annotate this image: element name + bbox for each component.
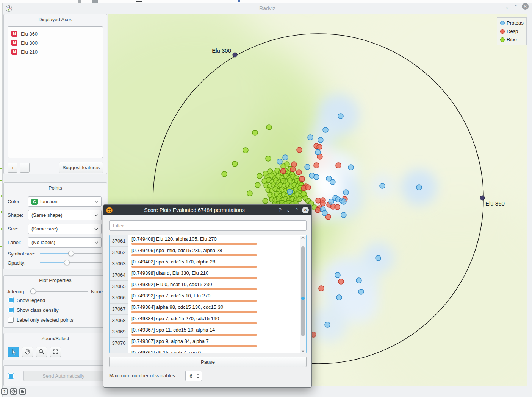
- close-icon[interactable]: ✕: [522, 3, 529, 10]
- score-bar: [131, 334, 257, 336]
- checkbox-show-legend[interactable]: [8, 297, 14, 303]
- score-row[interactable]: 37061[0.749408] Elu 120, alpha 105, Elu …: [110, 235, 306, 247]
- color-label: Color:: [8, 199, 21, 204]
- score-row-rank: 37066: [110, 292, 128, 304]
- zoom-tool-button[interactable]: [36, 347, 47, 357]
- symbol-size-slider[interactable]: [40, 251, 102, 257]
- score-row-rank: 37064: [110, 269, 128, 281]
- zoom-select-title: Zoom/Select: [3, 336, 107, 341]
- score-row-text: [0.749408] Elu 120, alpha 105, Elu 270: [131, 236, 283, 242]
- axis-list-item[interactable]: NElu 300: [8, 38, 103, 47]
- score-list-scrollbar[interactable]: [300, 236, 306, 353]
- checkbox-row[interactable]: Label only selected points: [8, 317, 102, 323]
- visual-settings-icon[interactable]: [10, 388, 17, 395]
- axis-item-label: Elu 210: [21, 49, 38, 55]
- score-bar: [131, 288, 257, 290]
- color-dropdown[interactable]: C function: [28, 196, 102, 207]
- numeric-variable-icon: N: [11, 49, 17, 55]
- score-row[interactable]: 37066[0.749392] spo 7, cdc15 10, Elu 270: [110, 292, 306, 304]
- shape-value: (Same shape): [31, 212, 92, 218]
- score-row-text: [0.749392] Elu 0, heat 10, cdc15 230: [131, 282, 283, 287]
- legend-dot: [500, 29, 505, 34]
- max-vars-label: Maximum number of variables:: [109, 373, 177, 378]
- score-row[interactable]: 37068[0.749384] spo 7, cdc15 270, cdc15 …: [110, 315, 306, 326]
- jittering-slider[interactable]: [30, 288, 88, 294]
- remove-axis-button[interactable]: −: [20, 163, 30, 173]
- pan-tool-button[interactable]: [22, 347, 33, 357]
- displayed-axes-list[interactable]: NElu 360NElu 300NElu 210: [8, 26, 103, 158]
- window-title: Radviz: [3, 5, 532, 11]
- size-dropdown[interactable]: (Same size): [28, 224, 102, 234]
- pie-icon: [11, 389, 16, 394]
- reset-zoom-button[interactable]: [50, 347, 61, 357]
- score-row[interactable]: [0.749361] dtt 15, spo5 7, spo 0: [110, 349, 306, 353]
- checkbox-label: Label only selected points: [17, 317, 74, 323]
- checkbox-show-class-density[interactable]: [8, 307, 14, 313]
- plot-legend: ProteasRespRibo: [497, 17, 527, 45]
- pause-button[interactable]: Pause: [109, 357, 307, 367]
- score-row-rank: 37069: [110, 326, 128, 338]
- background-canvas-strip: [0, 3, 3, 397]
- label-dropdown[interactable]: (No labels): [28, 237, 102, 248]
- max-vars-spinbox[interactable]: 6: [185, 371, 202, 381]
- score-row-text: [0.749367] spo 11, cdc15 10, alpha 14: [131, 327, 283, 333]
- score-bar: [131, 266, 257, 268]
- score-bar: [131, 345, 257, 347]
- color-value: function: [40, 199, 92, 204]
- maximize-icon[interactable]: ⌃: [512, 3, 519, 10]
- score-row[interactable]: 37065[0.749392] Elu 0, heat 10, cdc15 23…: [110, 281, 306, 292]
- scroll-up-icon[interactable]: [301, 237, 305, 239]
- screen: Radviz ⌄ ⌃ ✕ Displayed Axes NElu 360NElu…: [0, 0, 532, 397]
- score-row-rank: 37062: [110, 247, 128, 258]
- add-axis-button[interactable]: +: [8, 163, 17, 173]
- score-row-text: [0.749384] alpha 98, cdc15 130, cdc15 30: [131, 304, 283, 310]
- score-row[interactable]: 37063[0.749402] spo 5, cdc15 170, alpha …: [110, 258, 306, 269]
- score-list[interactable]: 37061[0.749408] Elu 120, alpha 105, Elu …: [109, 235, 307, 353]
- legend-item: Resp: [500, 28, 523, 34]
- filter-input[interactable]: [109, 220, 307, 231]
- spin-up-icon[interactable]: [196, 374, 200, 375]
- axis-list-item[interactable]: NElu 360: [8, 29, 103, 38]
- select-tool-button[interactable]: [8, 347, 19, 357]
- score-row-text: [0.749402] spo 5, cdc15 170, alpha 28: [131, 259, 283, 265]
- spin-down-icon[interactable]: [196, 376, 200, 378]
- checkbox-row[interactable]: Show class density: [8, 307, 102, 313]
- scrollbar-position-dot: [301, 297, 305, 300]
- send-automatically-checkbox[interactable]: [8, 373, 14, 379]
- help-icon[interactable]: ?: [1, 388, 8, 395]
- shape-dropdown[interactable]: (Same shape): [28, 210, 102, 220]
- score-row[interactable]: 37067[0.749384] alpha 98, cdc15 130, cdc…: [110, 304, 306, 315]
- checkbox-label: Show legend: [17, 297, 45, 303]
- scrollbar-thumb[interactable]: [301, 246, 305, 336]
- score-row-text: [0.749384] spo 7, cdc15 270, cdc15 190: [131, 316, 283, 321]
- send-automatically-button[interactable]: Send Automatically: [23, 371, 103, 381]
- axis-item-label: Elu 360: [21, 31, 38, 37]
- opacity-slider[interactable]: [40, 260, 102, 266]
- scroll-down-icon[interactable]: [301, 350, 305, 352]
- suggest-features-button[interactable]: Suggest features: [59, 162, 103, 173]
- score-row-text: [0.749367] spo 9, alpha 84, alpha 7: [131, 338, 283, 344]
- minimize-icon[interactable]: ⌄: [504, 3, 510, 10]
- score-row[interactable]: 37062[0.749406] spo- mid, cdc15 230, alp…: [110, 247, 306, 258]
- score-row[interactable]: 37064[0.749398] diau d, Elu 330, Elu 210: [110, 269, 306, 281]
- report-icon[interactable]: [19, 388, 26, 395]
- dialog-titlebar[interactable]: Score Plots Evaluated 67484 permutations…: [103, 205, 311, 215]
- dialog-help-icon[interactable]: ?: [276, 207, 284, 213]
- background-window-strip: [0, 0, 532, 3]
- numeric-variable-icon: N: [11, 40, 17, 46]
- dialog-unshade-icon[interactable]: ⌃: [293, 207, 301, 213]
- axis-list-item[interactable]: NElu 210: [8, 47, 103, 56]
- legend-item: Ribo: [500, 37, 523, 42]
- score-row[interactable]: 37070[0.749367] spo 9, alpha 84, alpha 7: [110, 338, 306, 349]
- score-row-text: [0.749392] spo 7, cdc15 10, Elu 270: [131, 293, 283, 299]
- chevron-down-icon: [94, 228, 98, 230]
- score-row[interactable]: 37069[0.749367] spo 11, cdc15 10, alpha …: [110, 326, 306, 338]
- legend-label: Resp: [507, 28, 518, 34]
- score-row-text: [0.749398] diau d, Elu 330, Elu 210: [131, 270, 283, 276]
- dialog-shade-icon[interactable]: ⌄: [284, 207, 293, 213]
- checkbox-label-only-selected-points[interactable]: [8, 317, 14, 323]
- orange-logo-icon: [106, 207, 113, 214]
- dialog-close-icon[interactable]: ✕: [302, 207, 309, 213]
- legend-dot: [500, 21, 505, 25]
- checkbox-row[interactable]: Show legend: [8, 297, 102, 303]
